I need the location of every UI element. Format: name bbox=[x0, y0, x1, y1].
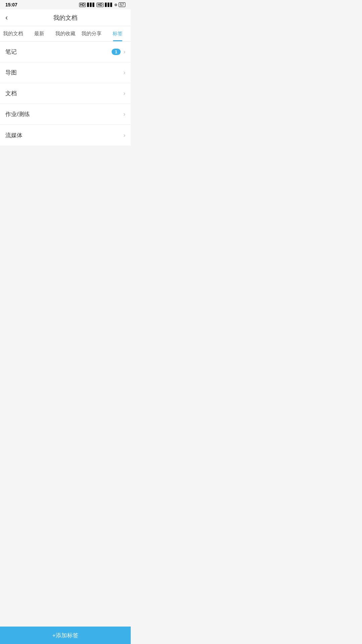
page-title: 我的文档 bbox=[53, 14, 77, 22]
content-area: 笔记 1 › 导图 › 文档 › bbox=[0, 42, 131, 280]
bottom-spacer bbox=[0, 280, 131, 297]
empty-area bbox=[0, 146, 131, 280]
chevron-icon-homework: › bbox=[123, 111, 125, 118]
mindmap-label: 导图 bbox=[5, 69, 17, 76]
battery-icon: 57 bbox=[119, 2, 125, 7]
nav-bar: ‹ 我的文档 bbox=[0, 9, 131, 26]
back-button[interactable]: ‹ bbox=[5, 14, 8, 21]
chevron-icon-notes: › bbox=[123, 48, 125, 55]
status-bar: 15:07 HD ▋▋▋ HD ▋▋▋ ⊛ 57 bbox=[0, 0, 131, 9]
signal-icon: ▋▋▋ bbox=[87, 3, 95, 7]
list-item-notes[interactable]: 笔记 1 › bbox=[0, 42, 131, 62]
documents-label: 文档 bbox=[5, 90, 17, 97]
notes-label: 笔记 bbox=[5, 48, 17, 56]
streaming-label: 流媒体 bbox=[5, 131, 22, 139]
hd-icon-2: HD bbox=[97, 3, 103, 7]
tab-tags[interactable]: 标签 bbox=[105, 26, 131, 41]
tab-favorites[interactable]: 我的收藏 bbox=[52, 26, 78, 41]
tab-shares[interactable]: 我的分享 bbox=[78, 26, 105, 41]
homework-label: 作业/测练 bbox=[5, 110, 30, 118]
signal-icon-2: ▋▋▋ bbox=[105, 3, 113, 7]
list-item-streaming[interactable]: 流媒体 › bbox=[0, 125, 131, 146]
chevron-icon-documents: › bbox=[123, 90, 125, 97]
list-item-documents[interactable]: 文档 › bbox=[0, 83, 131, 104]
hd-icon-1: HD bbox=[79, 3, 86, 7]
chevron-icon-mindmap: › bbox=[123, 69, 125, 76]
list-container: 笔记 1 › 导图 › 文档 › bbox=[0, 42, 131, 146]
tab-my-docs[interactable]: 我的文档 bbox=[0, 26, 26, 41]
tab-bar: 我的文档 最新 我的收藏 我的分享 标签 bbox=[0, 26, 131, 42]
tab-latest[interactable]: 最新 bbox=[26, 26, 52, 41]
status-icons: HD ▋▋▋ HD ▋▋▋ ⊛ 57 bbox=[79, 2, 125, 7]
status-time: 15:07 bbox=[5, 2, 17, 7]
list-item-homework[interactable]: 作业/测练 › bbox=[0, 104, 131, 125]
list-item-mindmap[interactable]: 导图 › bbox=[0, 62, 131, 83]
chevron-icon-streaming: › bbox=[123, 132, 125, 139]
wifi-icon: ⊛ bbox=[114, 3, 117, 7]
notes-badge: 1 bbox=[112, 49, 121, 55]
